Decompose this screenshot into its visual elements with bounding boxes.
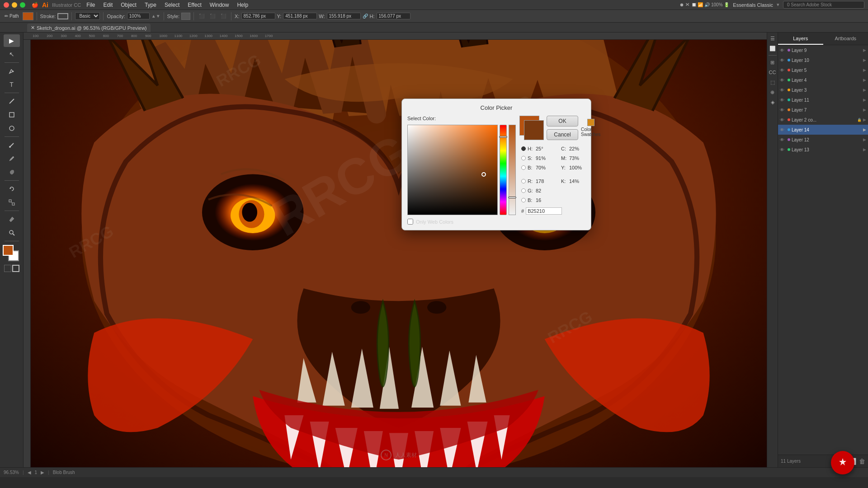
layer-expand-12[interactable]: ▶ — [863, 137, 866, 142]
foreground-color[interactable] — [3, 245, 14, 256]
rect-tool[interactable] — [4, 108, 20, 121]
close-doc-icon[interactable]: ✕ — [31, 25, 35, 31]
close-button[interactable] — [4, 2, 9, 8]
hex-input[interactable] — [526, 207, 562, 215]
canvas-content[interactable]: RRCG RRCG — [31, 40, 767, 467]
menu-effect[interactable]: Effect — [184, 1, 205, 9]
nav-prev[interactable]: ◀ — [28, 470, 31, 475]
layer-expand-2[interactable]: ▶ — [863, 117, 866, 122]
type-tool[interactable]: T — [4, 78, 20, 91]
doc-tab[interactable]: ✕ Sketch_drogon.ai @ 96.53% (RGB/GPU Pre… — [27, 23, 151, 32]
eye-icon-2[interactable]: 👁 — [780, 117, 786, 122]
workspace-chevron[interactable]: ▾ — [777, 2, 779, 8]
g-radio[interactable] — [521, 188, 526, 193]
gradient-picker[interactable] — [407, 125, 498, 215]
layer-row-3[interactable]: 👁 Layer 3 ▶ — [778, 85, 868, 95]
align-center-btn[interactable]: ⬛ — [208, 13, 217, 19]
layer-expand-11[interactable]: ▶ — [863, 98, 866, 102]
eye-icon-10[interactable]: 👁 — [780, 58, 786, 63]
nav-next[interactable]: ▶ — [41, 470, 44, 475]
eye-icon-5[interactable]: 👁 — [780, 68, 786, 73]
style-swatch[interactable] — [181, 13, 190, 20]
only-web-checkbox[interactable] — [407, 219, 413, 225]
workspace-label[interactable]: Essentials Classic — [733, 2, 773, 8]
layer-expand-7[interactable]: ▶ — [863, 108, 866, 112]
color-boxes[interactable] — [3, 245, 21, 263]
s-radio[interactable] — [521, 156, 526, 160]
ellipse-tool[interactable] — [4, 122, 20, 135]
zoom-tool[interactable] — [4, 226, 20, 239]
stroke-icon[interactable] — [12, 265, 19, 272]
layer-expand-3[interactable]: ▶ — [863, 88, 866, 92]
layer-expand-14[interactable]: ▶ — [863, 127, 866, 132]
minimize-button[interactable] — [12, 2, 17, 8]
opacity-input[interactable] — [127, 13, 150, 19]
fill-icon[interactable] — [4, 265, 11, 272]
pen-tool[interactable] — [4, 65, 20, 77]
paintbrush-tool[interactable] — [4, 139, 20, 151]
blob-brush-tool[interactable] — [4, 166, 20, 178]
direct-selection-tool[interactable]: ↖ — [4, 48, 20, 61]
layer-row-5[interactable]: 👁 Layer 5 ▶ — [778, 65, 868, 75]
h-radio[interactable] — [521, 146, 526, 151]
layer-expand-10[interactable]: ▶ — [863, 58, 866, 62]
y-input[interactable] — [283, 13, 317, 19]
layer-expand-13[interactable]: ▶ — [863, 147, 866, 152]
b-radio[interactable] — [521, 165, 526, 170]
brush-dropdown[interactable]: Basic — [75, 12, 100, 20]
r-radio[interactable] — [521, 179, 526, 183]
link-icon[interactable]: 🔗 — [363, 14, 368, 19]
x-input[interactable] — [241, 13, 275, 19]
search-stock[interactable]: 0 Search Adobe Stock — [783, 1, 864, 9]
eyedropper-tool[interactable] — [4, 213, 20, 225]
menu-edit[interactable]: Edit — [100, 1, 117, 9]
layer-expand-5[interactable]: ▶ — [863, 68, 866, 72]
stroke-color[interactable] — [57, 13, 68, 19]
layer-row-10[interactable]: 👁 Layer 10 ▶ — [778, 55, 868, 65]
line-tool[interactable] — [4, 95, 20, 108]
h-input[interactable] — [377, 13, 410, 19]
small-swatch[interactable] — [587, 119, 594, 126]
transform-icon-btn[interactable]: ⊕ — [769, 88, 777, 96]
rotate-tool[interactable] — [4, 183, 20, 195]
maximize-button[interactable] — [20, 2, 25, 8]
layer-expand-9[interactable]: ▶ — [863, 48, 866, 52]
menu-file[interactable]: File — [83, 1, 99, 9]
fill-color[interactable] — [23, 12, 33, 20]
menu-help[interactable]: Help — [233, 1, 252, 9]
eye-icon-12[interactable]: 👁 — [780, 137, 786, 142]
eye-icon-14[interactable]: 👁 — [780, 127, 786, 132]
layer-row-14[interactable]: 👁 Layer 14 ▶ — [778, 125, 868, 135]
align-right-btn[interactable]: ⬛ — [219, 13, 228, 19]
layer-row-11[interactable]: 👁 Layer 11 ▶ — [778, 95, 868, 105]
ok-button[interactable]: OK — [547, 116, 578, 127]
menu-select[interactable]: Select — [161, 1, 183, 9]
tab-artboards[interactable]: Artboards — [823, 33, 868, 45]
alpha-slider[interactable] — [509, 125, 516, 215]
eye-icon-9[interactable]: 👁 — [780, 48, 786, 53]
scale-tool[interactable] — [4, 196, 20, 209]
artboards-icon-btn[interactable]: ⬜ — [769, 44, 777, 52]
b2-radio[interactable] — [521, 198, 526, 202]
menu-window[interactable]: Window — [206, 1, 233, 9]
eye-icon-13[interactable]: 👁 — [780, 147, 786, 152]
eye-icon-7[interactable]: 👁 — [780, 108, 786, 113]
cancel-button[interactable]: Cancel — [547, 129, 578, 140]
layer-row-7[interactable]: 👁 Layer 7 ▶ — [778, 105, 868, 115]
fab-button[interactable] — [831, 451, 854, 474]
pencil-tool[interactable] — [4, 152, 20, 165]
menu-type[interactable]: Type — [141, 1, 160, 9]
opacity-stepper[interactable]: ▲▼ — [151, 14, 160, 19]
path-tool[interactable]: ✏ Path — [3, 13, 21, 19]
w-input[interactable] — [327, 13, 361, 19]
layers-icon-btn[interactable]: ☰ — [769, 34, 777, 42]
layer-row-12[interactable]: 👁 Layer 12 ▶ — [778, 135, 868, 145]
delete-layer-btn[interactable]: 🗑 — [859, 458, 865, 465]
color-swatches-label[interactable]: Color Swatches — [581, 127, 600, 137]
layer-row-9[interactable]: 👁 Layer 9 ▶ — [778, 45, 868, 55]
align-left-btn[interactable]: ⬛ — [197, 13, 206, 19]
eye-icon-3[interactable]: 👁 — [780, 88, 786, 93]
pathfinder-btn[interactable]: ◈ — [769, 98, 777, 106]
hue-slider[interactable] — [500, 125, 507, 215]
layer-row-2[interactable]: 👁 Layer 2 co... 🔒 ▶ — [778, 115, 868, 125]
